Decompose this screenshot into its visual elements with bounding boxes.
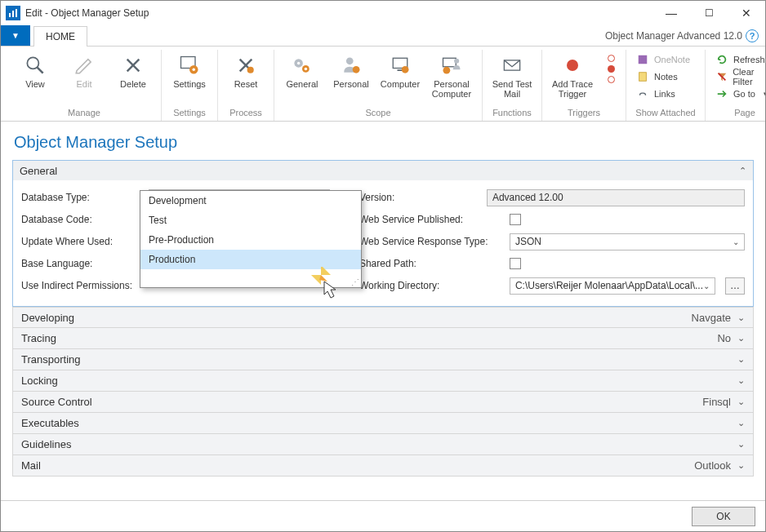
dropdown-option[interactable]: Production	[140, 250, 361, 269]
magnifier-icon	[23, 53, 47, 78]
accordion-row[interactable]: Executables⌄	[12, 413, 754, 434]
panel-header-general[interactable]: General ⌃	[13, 161, 753, 180]
delete-button[interactable]: Delete	[112, 50, 154, 106]
svg-point-14	[297, 62, 301, 65]
accordion-row[interactable]: TracingNo⌄	[12, 328, 754, 349]
app-icon	[6, 6, 20, 20]
group-label-attached: Show Attached	[635, 106, 695, 121]
refresh-button[interactable]: Refresh	[712, 51, 766, 68]
svg-rect-1	[12, 11, 14, 17]
general-button[interactable]: General	[281, 50, 323, 106]
accordion-value: Navgate	[692, 312, 731, 324]
maximize-button[interactable]: ☐	[690, 1, 728, 25]
group-label-scope: Scope	[365, 106, 390, 121]
personal-button[interactable]: Personal	[330, 50, 372, 106]
pencil-icon	[72, 53, 96, 78]
arrow-right-icon	[715, 87, 728, 100]
ribbon-group-triggers: Add Trace Trigger Triggers	[542, 50, 626, 121]
label-working-directory: Working Directory:	[359, 280, 503, 291]
version-field[interactable]: Advanced 12.00	[487, 189, 745, 206]
shared-path-checkbox[interactable]	[510, 258, 521, 269]
system-menu[interactable]: ▼	[1, 25, 30, 46]
go-to-button[interactable]: Go to ▾	[712, 86, 766, 102]
brand-text: Object Manager Advanced 12.0	[605, 30, 742, 42]
chevron-up-icon: ⌃	[739, 166, 746, 176]
edit-button[interactable]: Edit	[63, 50, 105, 106]
accordion-title: Developing	[21, 312, 74, 324]
accordion-title: Guidelines	[21, 438, 71, 450]
settings-button[interactable]: Settings	[168, 50, 211, 106]
resize-grip-icon[interactable]: ⋰	[351, 277, 359, 286]
browse-button[interactable]: …	[725, 277, 745, 295]
label-web-service-response-type: Web Service Response Type:	[359, 236, 503, 247]
group-label-manage: Manage	[68, 106, 100, 121]
accordion-row[interactable]: DevelopingNavgate⌄	[12, 307, 754, 328]
view-button[interactable]: View	[14, 50, 56, 106]
label-shared-path: Shared Path:	[359, 258, 503, 269]
accordion-row[interactable]: Transporting⌄	[12, 349, 754, 370]
label-use-indirect-permissions: Use Indirect Permissions:	[21, 280, 142, 291]
svg-point-9	[193, 69, 196, 72]
svg-point-18	[353, 66, 360, 73]
label-base-language: Base Language:	[21, 258, 142, 269]
dropdown-option[interactable]: Pre-Production	[140, 230, 361, 250]
reset-icon	[234, 53, 258, 78]
chevron-down-icon: ⌄	[737, 460, 745, 471]
dropdown-option[interactable]: Test	[140, 211, 361, 230]
accordion-row[interactable]: Source ControlFinsql⌄	[12, 392, 754, 413]
database-type-popup: DevelopmentTestPre-ProductionProduction⋰	[140, 190, 362, 288]
add-trace-trigger-button[interactable]: Add Trace Trigger	[549, 50, 596, 106]
dropdown-option[interactable]: Development	[140, 191, 361, 211]
accordion-row[interactable]: Locking⌄	[12, 370, 754, 392]
reset-button[interactable]: Reset	[225, 50, 267, 106]
close-button[interactable]: ✕	[728, 1, 765, 25]
trigger-icon	[560, 53, 585, 78]
ok-button[interactable]: OK	[692, 507, 755, 526]
svg-point-23	[454, 59, 459, 64]
help-icon[interactable]: ?	[746, 29, 759, 42]
web-service-response-type-dropdown[interactable]: JSON ⌄	[510, 233, 745, 250]
tab-home[interactable]: HOME	[33, 26, 87, 47]
clear-filter-icon	[715, 70, 728, 83]
accordion-title: Mail	[21, 459, 41, 472]
accordion-row[interactable]: MailOutlook⌄	[12, 455, 754, 477]
chevron-down-icon: ⌄	[737, 418, 745, 428]
ribbon-group-process: Reset Process	[218, 50, 274, 121]
working-directory-field[interactable]: C:\Users\Reijer Molenaar\AppData\Local\.…	[510, 277, 715, 295]
personal-computer-button[interactable]: Personal Computer	[428, 50, 475, 106]
x-icon	[121, 53, 145, 78]
accordion-title: Source Control	[21, 396, 92, 408]
svg-rect-28	[639, 73, 647, 82]
accordion-title: Tracing	[21, 332, 56, 344]
svg-rect-27	[639, 55, 648, 64]
chevron-down-icon: ⌄	[737, 313, 745, 323]
svg-point-21	[402, 66, 409, 73]
settings-icon	[177, 53, 202, 78]
accordion-value: Finsql	[702, 396, 731, 408]
send-test-mail-button[interactable]: Send Test Mail	[489, 50, 535, 106]
titlebar: Edit - Object Manager Setup — ☐ ✕	[1, 1, 765, 25]
svg-point-16	[305, 68, 308, 71]
person-icon	[339, 53, 363, 78]
onenote-button[interactable]: OneNote	[633, 51, 698, 68]
computer-icon	[388, 53, 412, 78]
chevron-down-icon: ⌄	[737, 354, 745, 365]
clear-filter-button[interactable]: Clear Filter	[712, 69, 766, 85]
accordion-value: Outlook	[694, 459, 731, 472]
group-label-functions: Functions	[492, 106, 532, 121]
ribbon: View Edit Delete Manage Settings Setting…	[1, 47, 765, 122]
minimize-button[interactable]: —	[652, 1, 690, 25]
gears-icon	[290, 53, 314, 78]
svg-rect-0	[9, 13, 11, 17]
web-service-published-checkbox[interactable]	[510, 214, 521, 225]
chevron-down-icon: ⌄	[733, 237, 739, 246]
svg-point-12	[247, 67, 254, 73]
chevron-down-icon: ⌄	[703, 282, 710, 290]
links-button[interactable]: Links	[633, 86, 698, 102]
computer-button[interactable]: Computer	[379, 50, 421, 106]
label-update-where-used: Update Where Used:	[21, 236, 142, 247]
ribbon-group-functions: Send Test Mail Functions	[483, 50, 542, 121]
notes-button[interactable]: Notes	[633, 69, 698, 85]
accordion-row[interactable]: Guidelines⌄	[12, 434, 754, 455]
accordion-title: Locking	[21, 375, 58, 387]
